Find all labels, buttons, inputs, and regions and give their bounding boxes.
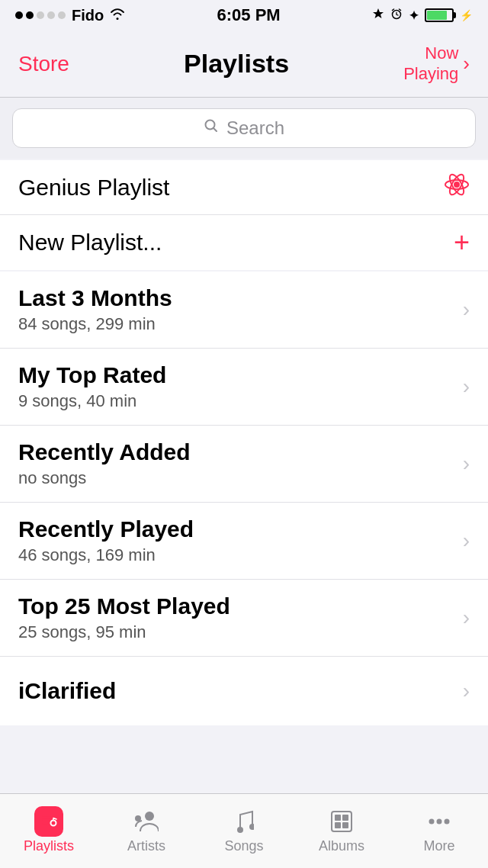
new-playlist-item[interactable]: New Playlist... + [0, 215, 488, 270]
playlist-title: Recently Added [18, 439, 191, 465]
playlist-item[interactable]: Recently Played 46 songs, 169 min › [0, 503, 488, 580]
chevron-right-icon: › [463, 452, 470, 476]
alarm-icon [390, 8, 403, 24]
playlists-list: Last 3 Months 84 songs, 299 min › My Top… [0, 272, 488, 725]
playlist-subtitle: 9 songs, 40 min [18, 391, 166, 411]
svg-point-10 [145, 812, 154, 821]
tab-playlists-label: Playlists [24, 838, 74, 854]
svg-rect-14 [332, 812, 352, 831]
wifi-icon [110, 8, 125, 24]
svg-point-2 [454, 182, 460, 188]
tab-albums[interactable]: Albums [293, 794, 390, 868]
genius-atom-icon [444, 172, 470, 204]
tab-bar: Playlists Artists Songs [0, 793, 488, 868]
signal-dots [15, 11, 66, 19]
nav-bar: Store Playlists Now Playing › [0, 31, 488, 98]
svg-point-9 [51, 821, 56, 826]
store-button[interactable]: Store [18, 52, 69, 76]
playlist-item[interactable]: Recently Added no songs › [0, 426, 488, 503]
genius-playlist-label: Genius Playlist [18, 175, 169, 201]
songs-tab-icon [230, 808, 258, 835]
svg-point-19 [429, 819, 435, 825]
playlist-subtitle: 46 songs, 169 min [18, 545, 194, 565]
search-container: Search [0, 98, 488, 159]
genius-playlist-item[interactable]: Genius Playlist [0, 160, 488, 215]
tab-songs[interactable]: Songs [195, 794, 293, 868]
tab-more-label: More [423, 838, 454, 854]
signal-dot [26, 11, 34, 19]
status-time: 6:05 PM [217, 5, 281, 25]
signal-dot [15, 11, 23, 19]
chevron-right-icon: › [463, 606, 470, 630]
signal-dot [37, 11, 44, 19]
playlist-item[interactable]: My Top Rated 9 songs, 40 min › [0, 349, 488, 426]
status-bar: Fido 6:05 PM ✦ ⚡ [0, 0, 488, 31]
battery-indicator [425, 8, 454, 22]
playlist-subtitle: 25 songs, 95 min [18, 622, 230, 642]
now-playing-chevron-icon: › [463, 52, 470, 76]
svg-rect-15 [335, 815, 341, 821]
chevron-right-icon: › [463, 529, 470, 553]
albums-tab-icon [328, 808, 355, 835]
svg-point-12 [237, 827, 243, 833]
playlist-title: Recently Played [18, 516, 194, 542]
playlist-subtitle: 84 songs, 299 min [18, 314, 172, 334]
signal-dot [58, 11, 66, 19]
new-playlist-label: New Playlist... [18, 230, 162, 256]
svg-point-11 [135, 815, 141, 821]
page-content: Search Genius Playlist New Playlist... + [0, 98, 488, 800]
bluetooth-icon: ✦ [409, 8, 419, 23]
special-items-section: Genius Playlist New Playlist... + [0, 160, 488, 270]
location-icon [372, 8, 384, 24]
artists-tab-icon [133, 808, 160, 835]
now-playing-line2: Playing [403, 64, 458, 84]
now-playing-line1: Now [403, 43, 458, 63]
playlist-item[interactable]: Last 3 Months 84 songs, 299 min › [0, 272, 488, 349]
tab-artists[interactable]: Artists [98, 794, 195, 868]
more-tab-icon [425, 808, 453, 835]
tab-songs-label: Songs [224, 838, 263, 854]
svg-rect-16 [342, 815, 348, 821]
status-right: ✦ ⚡ [372, 8, 473, 24]
svg-rect-6 [42, 815, 53, 817]
playlists-tab-icon [35, 808, 63, 835]
tab-albums-label: Albums [319, 838, 364, 854]
svg-point-20 [437, 819, 442, 825]
playlist-title: Top 25 Most Played [18, 593, 230, 619]
status-left: Fido [15, 7, 125, 24]
playlist-title: iClarified [18, 678, 116, 704]
now-playing-button[interactable]: Now Playing › [403, 43, 470, 84]
svg-point-13 [249, 824, 254, 830]
charging-icon: ⚡ [460, 9, 473, 21]
tab-playlists[interactable]: Playlists [0, 794, 98, 868]
chevron-right-icon: › [463, 375, 470, 399]
chevron-right-icon: › [463, 297, 470, 322]
svg-rect-17 [335, 822, 341, 828]
search-bar[interactable]: Search [12, 108, 476, 148]
chevron-right-icon: › [463, 679, 470, 703]
page-title: Playlists [184, 49, 289, 79]
svg-rect-8 [42, 823, 48, 825]
playlist-title: My Top Rated [18, 362, 166, 388]
signal-dot [47, 11, 55, 19]
playlist-title: Last 3 Months [18, 285, 172, 311]
carrier-label: Fido [72, 7, 104, 24]
plus-icon: + [454, 227, 470, 259]
tab-artists-label: Artists [127, 838, 165, 854]
svg-point-21 [445, 819, 450, 825]
playlist-item[interactable]: iClarified › [0, 657, 488, 725]
search-icon [204, 118, 219, 138]
playlist-subtitle: no songs [18, 468, 191, 488]
playlist-item[interactable]: Top 25 Most Played 25 songs, 95 min › [0, 580, 488, 657]
tab-more[interactable]: More [390, 794, 488, 868]
svg-rect-7 [42, 819, 50, 821]
svg-rect-18 [342, 822, 348, 828]
search-placeholder: Search [226, 117, 284, 139]
